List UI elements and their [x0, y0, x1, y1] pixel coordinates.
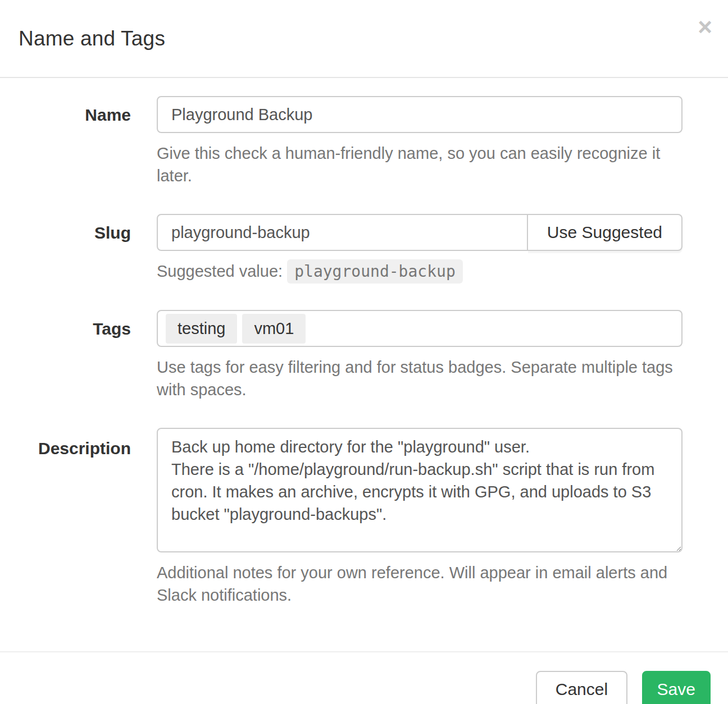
suggested-value-prefix: Suggested value:	[157, 262, 283, 280]
dialog-body: Name Give this check a human-friendly na…	[0, 78, 728, 651]
description-textarea[interactable]: Back up home directory for the "playgrou…	[157, 428, 683, 552]
slug-input[interactable]	[157, 214, 528, 251]
tags-input[interactable]: testing vm01	[157, 310, 683, 347]
description-label: Description	[0, 428, 131, 606]
tag-chip[interactable]: testing	[166, 314, 237, 344]
slug-input-group: Use Suggested	[157, 214, 683, 251]
slug-label: Slug	[0, 214, 131, 283]
slug-help-text: Suggested value: playground-backup	[157, 260, 683, 283]
save-button[interactable]: Save	[642, 671, 711, 704]
description-help-text: Additional notes for your own reference.…	[157, 561, 683, 606]
close-icon[interactable]: ×	[698, 15, 712, 39]
tag-chip[interactable]: vm01	[242, 314, 306, 344]
cancel-button[interactable]: Cancel	[536, 671, 627, 704]
suggested-value-code: playground-backup	[287, 259, 463, 284]
tags-label: Tags	[0, 310, 131, 401]
name-and-tags-dialog: Name and Tags × Name Give this check a h…	[0, 0, 728, 704]
description-form-group: Description Back up home directory for t…	[0, 428, 728, 606]
name-label: Name	[0, 96, 131, 187]
tags-help-text: Use tags for easy filtering and for stat…	[157, 356, 683, 401]
slug-form-group: Slug Use Suggested Suggested value: play…	[0, 214, 728, 283]
dialog-footer: Cancel Save	[0, 651, 728, 704]
name-input[interactable]	[157, 96, 683, 133]
use-suggested-button[interactable]: Use Suggested	[528, 214, 683, 251]
dialog-title: Name and Tags	[19, 27, 165, 51]
dialog-header: Name and Tags ×	[0, 0, 728, 78]
name-help-text: Give this check a human-friendly name, s…	[157, 142, 683, 187]
name-form-group: Name Give this check a human-friendly na…	[0, 96, 728, 187]
tags-form-group: Tags testing vm01 Use tags for easy filt…	[0, 310, 728, 401]
